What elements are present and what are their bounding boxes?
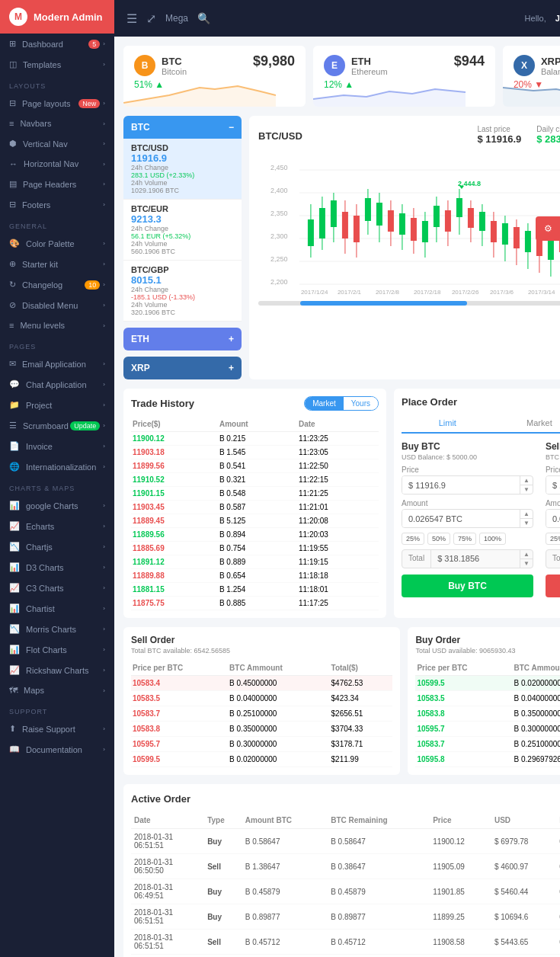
sidebar-item-disabled-menu[interactable]: ⊘Disabled Menu › <box>0 295 114 315</box>
svg-rect-25 <box>376 203 382 226</box>
active-orders-panel: Active Order ✕ Cancel all Date Type Amou… <box>123 784 560 957</box>
tab-market-order[interactable]: Market <box>494 414 560 432</box>
sidebar-item-raise-support[interactable]: ⬆Raise Support › <box>0 719 114 739</box>
sell-order-row: 10599.5 B 0.02000000 $211.99 <box>131 752 392 767</box>
buy-total-down-arrow[interactable]: ▼ <box>520 559 533 568</box>
settings-fab[interactable]: ⚙ <box>536 216 560 241</box>
sidebar-item-documentation[interactable]: 📖Documentation › <box>0 739 114 760</box>
btc-name: Bitcoin <box>162 67 187 76</box>
ao-amount-header: Amount BTC <box>242 812 328 829</box>
sidebar-item-chartist[interactable]: 📊Chartist › <box>0 598 114 619</box>
sidebar-item-color-palette[interactable]: 🎨Color Palette › <box>0 233 114 254</box>
sell-pct-25[interactable]: 25% <box>546 533 560 545</box>
sidebar-item-horizontal-nav[interactable]: ↔Horizontal Nav › <box>0 154 114 174</box>
sidebar-item-page-layouts[interactable]: ⊟Page layouts New› <box>0 93 114 114</box>
sell-ob-price: 10599.5 <box>131 752 228 767</box>
sidebar-item-morris[interactable]: 📉Morris Charts › <box>0 619 114 639</box>
sell-price-input[interactable] <box>546 476 560 494</box>
buy-pct-75[interactable]: 75% <box>453 533 476 545</box>
trade-date: 11:19:55 <box>297 542 379 555</box>
buy-amount-arrows: ▲ ▼ <box>520 510 533 527</box>
buy-total-up-arrow[interactable]: ▲ <box>520 550 533 559</box>
sell-ob-price: 10583.5 <box>131 691 228 706</box>
ao-amount: B 0.45712 <box>242 930 328 955</box>
sell-ob-total: $3704.33 <box>330 722 393 737</box>
sidebar-item-c3[interactable]: 📈C3 Charts › <box>0 578 114 598</box>
ao-usd: $ 5460.44 <box>491 879 556 904</box>
ao-type: Buy <box>204 829 242 854</box>
hamburger-icon[interactable]: ☰ <box>126 11 137 26</box>
mega-menu[interactable]: Mega <box>165 13 188 24</box>
xrp-list-header[interactable]: XRP + <box>123 357 242 379</box>
buy-amount-input[interactable] <box>402 510 520 527</box>
search-icon[interactable]: 🔍 <box>197 12 210 24</box>
eth-card: E ETH Ethereum $944 12% ▲ <box>313 46 495 107</box>
btc-eur-item[interactable]: BTC/EUR 9213.3 24h Change 56.1 EUR (+5.3… <box>123 200 242 261</box>
svg-text:2,450: 2,450 <box>270 164 288 171</box>
sidebar-item-project[interactable]: 📁Project › <box>0 395 114 415</box>
svg-text:2017/2/26: 2017/2/26 <box>452 289 479 296</box>
tab-market[interactable]: Market <box>305 397 344 410</box>
sidebar-item-email[interactable]: ✉Email Application › <box>0 354 114 374</box>
buy-sell-row: Buy BTC USD Balance: $ 5000.00 Price ▲ ▼… <box>402 441 560 597</box>
sidebar-item-changelog[interactable]: ↻Changelog 10› <box>0 274 114 295</box>
ao-fee: 0.2 <box>556 930 560 955</box>
tab-limit[interactable]: Limit <box>402 414 494 434</box>
trade-price: 11885.69 <box>131 542 218 555</box>
layouts-section: Layouts <box>0 75 114 93</box>
sidebar-item-d3[interactable]: 📊D3 Charts › <box>0 557 114 578</box>
sidebar-item-flot[interactable]: 📊Flot Charts › <box>0 639 114 660</box>
buy-price-up-arrow[interactable]: ▲ <box>520 476 533 485</box>
sidebar-item-scrumboard[interactable]: ☰Scrumboard Update› <box>0 415 114 436</box>
buy-price-down-arrow[interactable]: ▼ <box>520 485 533 494</box>
buy-pct-100[interactable]: 100% <box>479 533 506 545</box>
sidebar-item-starter-kit[interactable]: ⊕Starter kit › <box>0 254 114 274</box>
sidebar-item-footers[interactable]: ⊟Footers › <box>0 194 114 215</box>
sidebar-item-navbars[interactable]: ≡Navbars › <box>0 114 114 133</box>
buy-amount-down-arrow[interactable]: ▼ <box>520 519 533 527</box>
sidebar-item-chartjs[interactable]: 📉Chartjs › <box>0 536 114 557</box>
sidebar-item-maps[interactable]: 🗺Maps › <box>0 680 114 700</box>
buy-btc-button[interactable]: Buy BTC <box>402 575 533 597</box>
sidebar-item-rickshaw[interactable]: 📈Rickshaw Charts › <box>0 660 114 680</box>
tab-yours[interactable]: Yours <box>344 397 378 410</box>
buy-ob-price: 10583.5 <box>415 691 512 706</box>
trade-price: 11889.88 <box>131 569 218 583</box>
sidebar-item-invoice[interactable]: 📄Invoice › <box>0 436 114 456</box>
btc-usd-item[interactable]: BTC/USD 11916.9 24h Change 283.1 USD (+2… <box>123 139 242 200</box>
trade-history-row: 11889.45 B 5.125 11:20:08 <box>131 514 379 528</box>
sidebar-item-echarts[interactable]: 📈Echarts › <box>0 516 114 536</box>
eth-list-header[interactable]: ETH + <box>123 328 242 350</box>
ao-date: 2018-01-31 06:51:51 <box>131 930 204 955</box>
sidebar-item-google-charts[interactable]: 📊google Charts › <box>0 495 114 516</box>
update-badge: Update <box>70 421 100 430</box>
sell-btc-button[interactable]: Sell BTC <box>546 575 560 597</box>
documentation-icon: 📖 <box>9 744 20 754</box>
trade-history-row: 11891.12 B 0.889 11:19:15 <box>131 555 379 569</box>
chartist-icon: 📊 <box>9 603 20 613</box>
sidebar-item-templates[interactable]: ◫Templates › <box>0 54 114 75</box>
price-col-header: Price($) <box>131 417 218 432</box>
sidebar-item-vertical-nav[interactable]: ⬢Vertical Nav › <box>0 133 114 154</box>
sidebar-item-page-headers[interactable]: ▤Page Headers › <box>0 174 114 194</box>
chart-range-slider[interactable] <box>258 301 560 306</box>
expand-icon[interactable]: ⤢ <box>146 11 156 26</box>
sidebar-item-menu-levels[interactable]: ≡Menu levels › <box>0 315 114 335</box>
trade-history-row: 11903.18 B 1.545 11:23:05 <box>131 446 379 459</box>
buy-amount-header: BTC Ammount <box>513 661 560 676</box>
buy-price-input[interactable] <box>402 476 520 494</box>
sidebar-item-i18n[interactable]: 🌐Internationalization › <box>0 456 114 477</box>
buy-amount-up-arrow[interactable]: ▲ <box>520 510 533 519</box>
buy-pct-25[interactable]: 25% <box>402 533 424 545</box>
sell-amount-input[interactable] <box>546 510 560 527</box>
btc-minus-icon[interactable]: − <box>229 122 234 133</box>
sidebar-item-chat[interactable]: 💬Chat Application › <box>0 374 114 395</box>
xrp-plus-icon: + <box>229 363 234 373</box>
trade-date: 11:22:50 <box>297 459 379 473</box>
trade-date: 11:23:25 <box>297 432 379 446</box>
ao-remaining: B 0.89877 <box>328 904 430 930</box>
buy-order-row: 10595.7 B 0.30000000 $3178.71 <box>415 722 560 737</box>
buy-pct-50[interactable]: 50% <box>427 533 450 545</box>
btc-gbp-item[interactable]: BTC/GBP 8015.1 24h Change -185.1 USD (-1… <box>123 261 242 322</box>
sidebar-item-dashboard[interactable]: ⊞Dashboard 5› <box>0 34 114 54</box>
